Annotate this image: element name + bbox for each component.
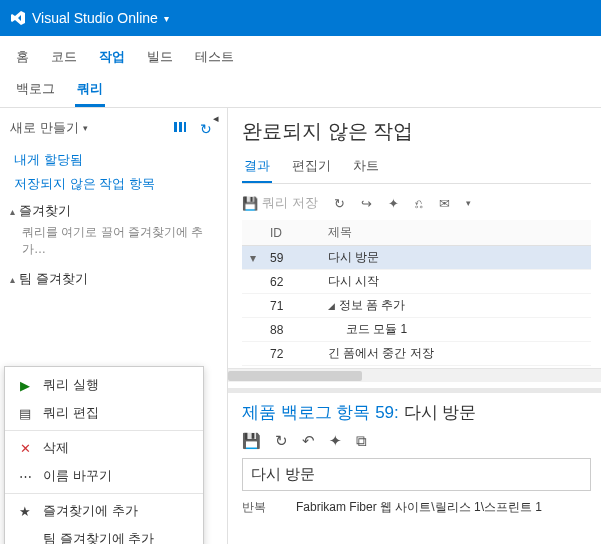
- row-expander[interactable]: [242, 342, 264, 366]
- cell-title: ◢정보 폼 추가: [322, 294, 591, 318]
- col-title[interactable]: 제목: [322, 220, 591, 246]
- table-row[interactable]: 71◢정보 폼 추가: [242, 294, 591, 318]
- nav-code[interactable]: 코드: [49, 44, 79, 70]
- subnav-backlog[interactable]: 백로그: [14, 74, 57, 107]
- star-icon: ★: [17, 504, 33, 519]
- redo-button[interactable]: ↪: [361, 196, 372, 211]
- subtab-charts[interactable]: 차트: [351, 151, 381, 183]
- table-row[interactable]: 62다시 시작: [242, 270, 591, 294]
- detail-title-input[interactable]: 다시 방문: [242, 458, 591, 491]
- svg-rect-1: [179, 122, 182, 132]
- detail-copy-icon[interactable]: ⧉: [356, 432, 367, 450]
- row-expander[interactable]: [242, 270, 264, 294]
- nav-test[interactable]: 테스트: [193, 44, 236, 70]
- menu-rename[interactable]: ⋯이름 바꾸기: [5, 462, 203, 490]
- row-expander[interactable]: [242, 318, 264, 342]
- table-row[interactable]: 88코드 모듈 1: [242, 318, 591, 342]
- menu-delete[interactable]: ✕삭제: [5, 434, 203, 462]
- delete-icon: ✕: [17, 441, 33, 456]
- vs-logo-icon: [10, 10, 26, 26]
- menu-add-team-favorite[interactable]: 팀 즐겨찾기에 추가: [5, 525, 203, 544]
- cell-id: 59: [264, 246, 322, 270]
- row-expander[interactable]: [242, 294, 264, 318]
- link-item-button[interactable]: ⎌: [415, 196, 423, 211]
- section-favorites[interactable]: 즐겨찾기: [10, 196, 217, 222]
- nav-home[interactable]: 홈: [14, 44, 31, 70]
- svg-rect-2: [184, 122, 186, 132]
- cell-title: 긴 폼에서 중간 저장: [322, 342, 591, 366]
- menu-run-query[interactable]: ▶쿼리 실행: [5, 371, 203, 399]
- subtab-results[interactable]: 결과: [242, 151, 272, 183]
- row-expander[interactable]: ▾: [242, 246, 264, 270]
- iteration-label: 반복: [242, 499, 282, 516]
- cell-title: 다시 방문: [322, 246, 591, 270]
- detail-toolbar: 💾 ↻ ↶ ✦ ⧉: [242, 430, 591, 458]
- detail-save-icon[interactable]: 💾: [242, 432, 261, 450]
- collapse-sidebar-icon[interactable]: ◂: [213, 112, 219, 125]
- cell-id: 71: [264, 294, 322, 318]
- horizontal-scrollbar[interactable]: [228, 368, 601, 382]
- more-dropdown[interactable]: ▾: [466, 198, 471, 208]
- nav-build[interactable]: 빌드: [145, 44, 175, 70]
- page-title: 완료되지 않은 작업: [242, 118, 591, 145]
- detail-refresh-icon[interactable]: ↻: [275, 432, 288, 450]
- new-dropdown[interactable]: 새로 만들기 ▾: [10, 119, 88, 137]
- play-icon: ▶: [17, 378, 33, 393]
- refresh-button[interactable]: ↻: [334, 196, 345, 211]
- link-unsaved-items[interactable]: 저장되지 않은 작업 항목: [10, 172, 217, 196]
- table-row[interactable]: 72긴 폼에서 중간 저장: [242, 342, 591, 366]
- cell-title: 다시 시작: [322, 270, 591, 294]
- cell-title: 코드 모듈 1: [322, 318, 591, 342]
- cell-id: 62: [264, 270, 322, 294]
- new-item-button[interactable]: ✦: [388, 196, 399, 211]
- detail-heading: 제품 백로그 항목 59: 다시 방문: [242, 401, 591, 424]
- chevron-down-icon: ▾: [83, 123, 88, 133]
- detail-undo-icon[interactable]: ↶: [302, 432, 315, 450]
- save-icon: 💾: [242, 196, 258, 211]
- new-label: 새로 만들기: [10, 119, 79, 137]
- app-topbar: Visual Studio Online ▾: [0, 0, 601, 36]
- save-query-button[interactable]: 💾쿼리 저장: [242, 194, 318, 212]
- nav-work[interactable]: 작업: [97, 44, 127, 70]
- app-dropdown-icon[interactable]: ▾: [164, 13, 169, 24]
- group-caret-icon[interactable]: ◢: [328, 301, 335, 311]
- favorites-hint: 쿼리를 여기로 끌어 즐겨찾기에 추가…: [10, 222, 217, 264]
- result-subtabs: 결과 편집기 차트: [242, 151, 591, 184]
- svg-rect-0: [174, 122, 177, 132]
- content-area: 완료되지 않은 작업 결과 편집기 차트 💾쿼리 저장 ↻ ↪ ✦ ⎌ ✉ ▾ …: [228, 108, 601, 544]
- col-id[interactable]: ID: [264, 220, 322, 246]
- subnav-queries[interactable]: 쿼리: [75, 74, 105, 107]
- menu-add-favorite[interactable]: ★즐겨찾기에 추가: [5, 497, 203, 525]
- detail-action1-icon[interactable]: ✦: [329, 432, 342, 450]
- main-nav: 홈 코드 작업 빌드 테스트: [0, 36, 601, 70]
- link-assigned-to-me[interactable]: 내게 할당됨: [10, 148, 217, 172]
- cell-id: 72: [264, 342, 322, 366]
- subtab-editor[interactable]: 편집기: [290, 151, 333, 183]
- columns-icon[interactable]: [169, 116, 191, 138]
- sub-nav: 백로그 쿼리: [0, 70, 601, 108]
- edit-icon: ▤: [17, 406, 33, 421]
- section-team-favorites[interactable]: 팀 즐겨찾기: [10, 264, 217, 290]
- context-menu: ▶쿼리 실행 ▤쿼리 편집 ✕삭제 ⋯이름 바꾸기 ★즐겨찾기에 추가 팀 즐겨…: [4, 366, 204, 544]
- iteration-value[interactable]: Fabrikam Fiber 웹 사이트\릴리스 1\스프린트 1: [296, 499, 542, 516]
- email-button[interactable]: ✉: [439, 196, 450, 211]
- results-grid: ID 제목 ▾59다시 방문62다시 시작71◢정보 폼 추가88코드 모듈 1…: [242, 220, 591, 366]
- app-logo[interactable]: Visual Studio Online ▾: [10, 10, 169, 26]
- rename-icon: ⋯: [17, 469, 33, 484]
- app-title: Visual Studio Online: [32, 10, 158, 26]
- iteration-field: 반복 Fabrikam Fiber 웹 사이트\릴리스 1\스프린트 1: [242, 499, 591, 516]
- results-toolbar: 💾쿼리 저장 ↻ ↪ ✦ ⎌ ✉ ▾: [242, 190, 591, 220]
- menu-edit-query[interactable]: ▤쿼리 편집: [5, 399, 203, 427]
- sidebar: ◂ 새로 만들기 ▾ ↻ 내게 할당됨 저장되지 않은 작업 항목 즐겨찾기 쿼…: [0, 108, 228, 544]
- cell-id: 88: [264, 318, 322, 342]
- table-row[interactable]: ▾59다시 방문: [242, 246, 591, 270]
